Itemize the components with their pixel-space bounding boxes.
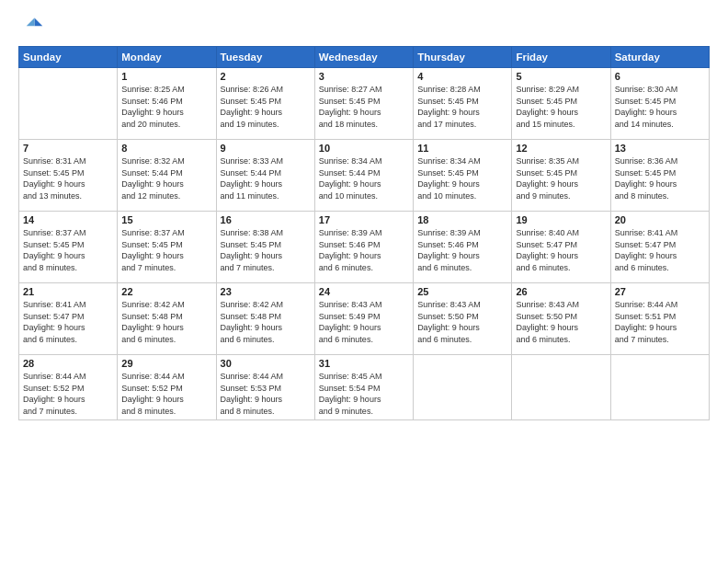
calendar-cell <box>610 355 709 420</box>
calendar-cell: 13Sunrise: 8:36 AMSunset: 5:45 PMDayligh… <box>610 140 709 212</box>
calendar-cell: 11Sunrise: 8:34 AMSunset: 5:45 PMDayligh… <box>414 140 512 212</box>
day-number: 27 <box>615 286 705 297</box>
day-number: 31 <box>319 358 409 369</box>
calendar-cell: 7Sunrise: 8:31 AMSunset: 5:45 PMDaylight… <box>19 140 118 212</box>
calendar-cell: 6Sunrise: 8:30 AMSunset: 5:45 PMDaylight… <box>610 68 709 140</box>
cell-content: Sunrise: 8:41 AMSunset: 5:47 PMDaylight:… <box>615 227 705 273</box>
cell-content: Sunrise: 8:41 AMSunset: 5:47 PMDaylight:… <box>23 299 113 345</box>
day-number: 14 <box>23 214 113 225</box>
cell-content: Sunrise: 8:43 AMSunset: 5:50 PMDaylight:… <box>516 299 606 345</box>
cell-content: Sunrise: 8:26 AMSunset: 5:45 PMDaylight:… <box>221 84 311 130</box>
cell-content: Sunrise: 8:40 AMSunset: 5:47 PMDaylight:… <box>516 227 606 273</box>
day-number: 7 <box>23 143 113 154</box>
calendar-cell: 27Sunrise: 8:44 AMSunset: 5:51 PMDayligh… <box>610 283 709 355</box>
day-number: 1 <box>121 71 211 82</box>
calendar-cell: 14Sunrise: 8:37 AMSunset: 5:45 PMDayligh… <box>19 212 118 283</box>
cell-content: Sunrise: 8:37 AMSunset: 5:45 PMDaylight:… <box>121 227 211 273</box>
calendar-cell: 3Sunrise: 8:27 AMSunset: 5:45 PMDaylight… <box>314 68 413 140</box>
day-number: 29 <box>121 358 211 369</box>
day-header-monday: Monday <box>118 47 216 68</box>
day-number: 30 <box>221 358 311 369</box>
calendar-cell: 25Sunrise: 8:43 AMSunset: 5:50 PMDayligh… <box>414 283 512 355</box>
day-number: 17 <box>319 214 409 225</box>
calendar-cell: 29Sunrise: 8:44 AMSunset: 5:52 PMDayligh… <box>118 355 216 420</box>
cell-content: Sunrise: 8:39 AMSunset: 5:46 PMDaylight:… <box>417 227 507 273</box>
day-number: 8 <box>121 143 211 154</box>
calendar-week-5: 28Sunrise: 8:44 AMSunset: 5:52 PMDayligh… <box>19 355 710 420</box>
day-number: 20 <box>615 214 705 225</box>
cell-content: Sunrise: 8:31 AMSunset: 5:45 PMDaylight:… <box>23 155 113 201</box>
day-number: 16 <box>221 214 311 225</box>
cell-content: Sunrise: 8:42 AMSunset: 5:48 PMDaylight:… <box>121 299 211 345</box>
cell-content: Sunrise: 8:38 AMSunset: 5:45 PMDaylight:… <box>221 227 311 273</box>
calendar-cell: 20Sunrise: 8:41 AMSunset: 5:47 PMDayligh… <box>610 212 709 283</box>
calendar-week-2: 7Sunrise: 8:31 AMSunset: 5:45 PMDaylight… <box>19 140 710 212</box>
day-header-thursday: Thursday <box>414 47 512 68</box>
cell-content: Sunrise: 8:43 AMSunset: 5:49 PMDaylight:… <box>319 299 409 345</box>
cell-content: Sunrise: 8:35 AMSunset: 5:45 PMDaylight:… <box>516 155 606 201</box>
day-number: 22 <box>121 286 211 297</box>
day-header-saturday: Saturday <box>610 47 709 68</box>
day-number: 2 <box>221 71 311 82</box>
day-number: 10 <box>319 143 409 154</box>
calendar-cell: 9Sunrise: 8:33 AMSunset: 5:44 PMDaylight… <box>216 140 314 212</box>
day-number: 11 <box>417 143 507 154</box>
cell-content: Sunrise: 8:25 AMSunset: 5:46 PMDaylight:… <box>121 84 211 130</box>
day-number: 15 <box>121 214 211 225</box>
day-header-wednesday: Wednesday <box>314 47 413 68</box>
calendar-cell: 30Sunrise: 8:44 AMSunset: 5:53 PMDayligh… <box>216 355 314 420</box>
day-number: 13 <box>615 143 705 154</box>
svg-marker-0 <box>35 18 43 27</box>
cell-content: Sunrise: 8:39 AMSunset: 5:46 PMDaylight:… <box>319 227 409 273</box>
day-number: 26 <box>516 286 606 297</box>
calendar-cell <box>512 355 610 420</box>
cell-content: Sunrise: 8:29 AMSunset: 5:45 PMDaylight:… <box>516 84 606 130</box>
calendar-week-3: 14Sunrise: 8:37 AMSunset: 5:45 PMDayligh… <box>19 212 710 283</box>
svg-marker-1 <box>27 18 35 27</box>
calendar-cell: 24Sunrise: 8:43 AMSunset: 5:49 PMDayligh… <box>314 283 413 355</box>
calendar-cell: 18Sunrise: 8:39 AMSunset: 5:46 PMDayligh… <box>414 212 512 283</box>
calendar-cell <box>414 355 512 420</box>
calendar-cell: 1Sunrise: 8:25 AMSunset: 5:46 PMDaylight… <box>118 68 216 140</box>
day-number: 5 <box>516 71 606 82</box>
day-number: 23 <box>221 286 311 297</box>
day-number: 24 <box>319 286 409 297</box>
calendar-table: SundayMondayTuesdayWednesdayThursdayFrid… <box>18 46 710 420</box>
calendar-cell: 4Sunrise: 8:28 AMSunset: 5:45 PMDaylight… <box>414 68 512 140</box>
cell-content: Sunrise: 8:44 AMSunset: 5:52 PMDaylight:… <box>23 371 113 417</box>
cell-content: Sunrise: 8:37 AMSunset: 5:45 PMDaylight:… <box>23 227 113 273</box>
day-number: 25 <box>417 286 507 297</box>
cell-content: Sunrise: 8:27 AMSunset: 5:45 PMDaylight:… <box>319 84 409 130</box>
calendar-cell: 22Sunrise: 8:42 AMSunset: 5:48 PMDayligh… <box>118 283 216 355</box>
cell-content: Sunrise: 8:44 AMSunset: 5:52 PMDaylight:… <box>121 371 211 417</box>
calendar-header-row: SundayMondayTuesdayWednesdayThursdayFrid… <box>19 47 710 68</box>
day-header-sunday: Sunday <box>19 47 118 68</box>
day-number: 3 <box>319 71 409 82</box>
calendar-cell: 8Sunrise: 8:32 AMSunset: 5:44 PMDaylight… <box>118 140 216 212</box>
day-number: 21 <box>23 286 113 297</box>
calendar-cell: 5Sunrise: 8:29 AMSunset: 5:45 PMDaylight… <box>512 68 610 140</box>
cell-content: Sunrise: 8:44 AMSunset: 5:53 PMDaylight:… <box>221 371 311 417</box>
logo <box>18 15 46 40</box>
calendar-cell: 16Sunrise: 8:38 AMSunset: 5:45 PMDayligh… <box>216 212 314 283</box>
calendar-cell: 17Sunrise: 8:39 AMSunset: 5:46 PMDayligh… <box>314 212 413 283</box>
day-header-friday: Friday <box>512 47 610 68</box>
calendar-cell: 28Sunrise: 8:44 AMSunset: 5:52 PMDayligh… <box>19 355 118 420</box>
calendar-cell <box>19 68 118 140</box>
cell-content: Sunrise: 8:30 AMSunset: 5:45 PMDaylight:… <box>615 84 705 130</box>
cell-content: Sunrise: 8:32 AMSunset: 5:44 PMDaylight:… <box>121 155 211 201</box>
day-number: 19 <box>516 214 606 225</box>
calendar-week-4: 21Sunrise: 8:41 AMSunset: 5:47 PMDayligh… <box>19 283 710 355</box>
calendar-cell: 23Sunrise: 8:42 AMSunset: 5:48 PMDayligh… <box>216 283 314 355</box>
cell-content: Sunrise: 8:43 AMSunset: 5:50 PMDaylight:… <box>417 299 507 345</box>
calendar-cell: 19Sunrise: 8:40 AMSunset: 5:47 PMDayligh… <box>512 212 610 283</box>
cell-content: Sunrise: 8:44 AMSunset: 5:51 PMDaylight:… <box>615 299 705 345</box>
calendar-cell: 21Sunrise: 8:41 AMSunset: 5:47 PMDayligh… <box>19 283 118 355</box>
cell-content: Sunrise: 8:42 AMSunset: 5:48 PMDaylight:… <box>221 299 311 345</box>
day-number: 18 <box>417 214 507 225</box>
header <box>18 15 710 40</box>
cell-content: Sunrise: 8:34 AMSunset: 5:44 PMDaylight:… <box>319 155 409 201</box>
cell-content: Sunrise: 8:33 AMSunset: 5:44 PMDaylight:… <box>221 155 311 201</box>
day-number: 6 <box>615 71 705 82</box>
day-number: 4 <box>417 71 507 82</box>
